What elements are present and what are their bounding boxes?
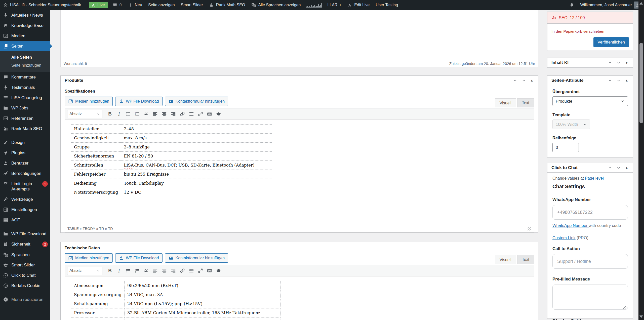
collapse-toggle[interactable]: ▲: [623, 166, 630, 170]
spec-label-cell[interactable]: [71, 317, 125, 320]
click-to-chat-header[interactable]: Click to Chat ▲: [547, 163, 633, 173]
sidebar-item-wp-jobs[interactable]: WP Jobs: [0, 103, 50, 113]
spezifikationen-table[interactable]: Haltestellen2–48Geschwindigkeitmax. 8 m/…: [71, 124, 272, 197]
move-up-button[interactable]: [606, 77, 614, 84]
numbered-list-button[interactable]: 123: [133, 266, 142, 275]
sidebar-item-wp-file-download[interactable]: WP File Download: [0, 229, 50, 239]
spec-value-cell[interactable]: EN 81-20 / 50: [121, 152, 272, 161]
page-level-link[interactable]: Page level: [585, 176, 604, 180]
languages-menu[interactable]: Alle Sprachen anzeigen: [248, 0, 304, 10]
keyboard-button[interactable]: [205, 109, 214, 118]
spec-value-cell[interactable]: 95x290x20 mm (BxHxT): [124, 281, 280, 290]
view-page-menu[interactable]: Seite anzeigen: [145, 0, 178, 10]
scrollbar-thumb[interactable]: [639, 43, 643, 123]
sidebar-item-kommentare[interactable]: Kommentare: [0, 72, 50, 82]
sidebar-item-design[interactable]: Design: [0, 137, 50, 148]
align-center-button[interactable]: [160, 109, 169, 118]
spec-label-cell[interactable]: Haltestellen: [71, 125, 121, 134]
tab-visual[interactable]: Visuell: [495, 98, 516, 107]
align-left-button[interactable]: [151, 266, 160, 275]
site-menu[interactable]: LiSA Lift - Schneider Steuerungstechnik.…: [0, 0, 87, 10]
link-button[interactable]: [178, 109, 187, 118]
sidebar-item-knowledge-base[interactable]: Knowledge Base: [0, 20, 50, 31]
move-up-button[interactable]: [606, 164, 614, 172]
sidebar-item-sprachen[interactable]: Sprachen: [0, 250, 50, 260]
spec-label-cell[interactable]: Notstromversorgung: [71, 188, 121, 197]
add-contact-form-button[interactable]: Kontaktformular hinzufügen: [165, 97, 228, 106]
read-more-button[interactable]: [187, 266, 196, 275]
fullscreen-button[interactable]: [196, 266, 205, 275]
inhalt-ki-header[interactable]: Inhalt-KI ▼: [547, 58, 633, 67]
add-media-button[interactable]: Medien hinzufügen: [65, 97, 113, 106]
window-scrollbar[interactable]: [638, 0, 644, 320]
spec-label-cell[interactable]: Spannungsversorgung: [71, 290, 125, 299]
collapse-toggle[interactable]: ▲: [528, 78, 536, 82]
sidebar-item-seiten[interactable]: Seiten: [0, 41, 50, 51]
wp-file-download-button[interactable]: WP File Download: [115, 253, 162, 263]
resize-grip[interactable]: [528, 227, 531, 230]
prefilled-message-textarea[interactable]: [552, 285, 628, 310]
table-resize-handle[interactable]: [68, 121, 70, 123]
parent-page-select[interactable]: Produkte: [552, 96, 628, 106]
trash-link[interactable]: In den Papierkorb verschieben: [551, 29, 604, 33]
publish-button[interactable]: Veröffentlichen: [593, 37, 629, 47]
bold-button[interactable]: B: [105, 109, 114, 118]
spec-value-cell[interactable]: 24 VDC npn (L<15V); pnp (H>15V): [124, 299, 280, 308]
numbered-list-button[interactable]: 123: [133, 109, 142, 118]
new-menu[interactable]: Neu: [125, 0, 145, 10]
add-contact-form-button[interactable]: Kontaktformular hinzufügen: [165, 253, 228, 263]
move-down-button[interactable]: [614, 77, 623, 84]
spec-value-cell[interactable]: [124, 317, 280, 320]
sidebar-item-lisa-changelog[interactable]: LiSA Changelog: [0, 93, 50, 103]
tab-text[interactable]: Text: [517, 255, 534, 264]
align-right-button[interactable]: [169, 266, 178, 275]
sidebar-item-aktuelles-news[interactable]: Aktuelles / News: [0, 10, 50, 20]
spec-value-cell[interactable]: 2–48: [121, 125, 272, 134]
editor-content[interactable]: Haltestellen2–48Geschwindigkeitmax. 8 m/…: [65, 120, 534, 225]
italic-button[interactable]: I: [114, 266, 124, 275]
spec-value-cell[interactable]: 12 V DC: [121, 188, 272, 197]
sidebar-item-plugins[interactable]: Plugins: [0, 148, 50, 158]
seo-score-banner[interactable]: SEO: 12 / 100: [547, 12, 633, 24]
bold-button[interactable]: B: [105, 266, 114, 275]
sidebar-subitem-seite-hinzuf-gen[interactable]: Seite hinzufügen: [0, 61, 50, 69]
spec-label-cell[interactable]: Fehlerspeicher: [71, 170, 121, 179]
format-select[interactable]: Absatz: [67, 110, 102, 118]
keyboard-button[interactable]: [205, 266, 214, 275]
sidebar-item-rank-math-seo[interactable]: Rank Math SEO: [0, 124, 50, 134]
spec-value-cell[interactable]: bis zu 255 Ereignisse: [121, 170, 272, 179]
sidebar-item-berechtigungen[interactable]: Berechtigungen: [0, 168, 50, 179]
spec-label-cell[interactable]: Prozessor: [71, 308, 125, 317]
stats-sparkline-icon[interactable]: [304, 3, 324, 8]
move-down-button[interactable]: [519, 77, 528, 84]
sidebar-item-smart-slider[interactable]: Smart Slider: [0, 260, 50, 270]
sidebar-item-sicherheit[interactable]: Sicherheit2: [0, 239, 50, 250]
spec-value-cell[interactable]: LiSA-Bus, CAN-Bus, DCP, USB, SD-Karte, B…: [121, 161, 272, 170]
read-more-button[interactable]: [187, 109, 196, 118]
spec-label-cell[interactable]: Schaltspannung: [71, 299, 125, 308]
align-right-button[interactable]: [169, 109, 178, 118]
collapse-toggle[interactable]: ▼: [623, 61, 630, 65]
spec-label-cell[interactable]: Gruppe: [71, 143, 121, 152]
link-button[interactable]: [178, 266, 187, 275]
comments-menu[interactable]: 0: [109, 0, 125, 10]
sidebar-item-medien[interactable]: Medien: [0, 31, 50, 41]
sidebar-item-men-reduzieren[interactable]: Menü reduzieren: [0, 294, 50, 305]
sidebar-item-referenzen[interactable]: Referenzen: [0, 113, 50, 124]
notifications-menu[interactable]: [566, 0, 577, 10]
llar-menu[interactable]: LLAR1: [324, 0, 344, 10]
spec-value-cell[interactable]: 2–8 Aufzüge: [121, 143, 272, 152]
spec-value-cell[interactable]: Touch, Farbdisplay: [121, 179, 272, 188]
editor-content[interactable]: Abmessungen95x290x20 mm (BxHxT)Spannungs…: [65, 276, 534, 320]
whatsapp-number-input[interactable]: [552, 205, 628, 220]
move-up-button[interactable]: [511, 77, 519, 84]
tab-visual[interactable]: Visuell: [495, 255, 516, 264]
spec-value-cell[interactable]: 32-Bit ARM Cortex M4 Microcontroller, 16…: [124, 308, 280, 317]
edit-live-menu[interactable]: Edit Live: [344, 0, 373, 10]
spec-label-cell[interactable]: Schnittstellen: [71, 161, 121, 170]
smart-slider-menu[interactable]: Smart Slider: [178, 0, 206, 10]
academic-cap-button[interactable]: [214, 266, 223, 275]
sidebar-subitem-alle-seiten[interactable]: Alle Seiten: [0, 53, 50, 61]
spec-label-cell[interactable]: Geschwindigkeit: [71, 134, 121, 143]
academic-cap-button[interactable]: [214, 109, 223, 118]
